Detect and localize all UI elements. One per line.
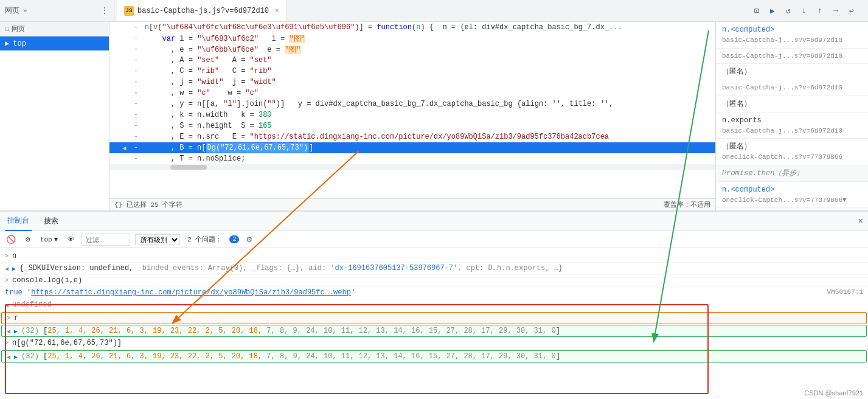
console-filter-input[interactable]	[82, 234, 130, 246]
context-selector[interactable]: top ▼	[38, 235, 60, 245]
sidebar-item-top[interactable]: ▶ top	[0, 36, 109, 50]
eye-icon[interactable]: 👁	[65, 234, 77, 245]
call-stack-fn-0: n.<computed>	[722, 24, 862, 35]
bottom-panel: 控制台 搜索 × 🚫 ⊘ top ▼ 👁 所有级别 2 个问题： 2 ⚙ > n	[0, 210, 868, 399]
call-stack-fn-4: （匿名）	[722, 99, 862, 109]
console-text-obj: {_SDKUIVersion: undefined, _binded_event…	[19, 264, 563, 272]
resume-icon[interactable]: ▶	[766, 4, 779, 18]
code-line-13: - , T = n.noSplice;	[109, 153, 715, 164]
code-line-8: - , y = n[[a, "l"].join("")] y = div#dx_…	[109, 99, 715, 109]
code-line-3: - , e = "\uf6bb\uf6ce" e = "图"	[109, 44, 715, 55]
console-collapse-arrow-undef[interactable]: ◀	[5, 302, 9, 309]
console-expand-arr1[interactable]: ▶	[14, 328, 18, 335]
console-expand-arrow-ng[interactable]: >	[5, 340, 9, 347]
code-line-2: - var i = "\uf683\uf6c2" i = "图"	[109, 33, 715, 44]
vm-ref: VM50167:1	[827, 288, 863, 296]
step-icon[interactable]: →	[829, 4, 842, 18]
call-stack-fn-5: n.exports	[722, 115, 862, 126]
console-expand-arrow-r[interactable]: >	[7, 315, 10, 322]
call-stack-async: Promise.then（异步）	[716, 165, 868, 182]
code-table: - n[v("\uf684\uf6fc\uf68c\uf6e3\uf691\uf…	[109, 22, 715, 164]
console-line-n: > n	[0, 251, 868, 263]
sidebar-header: □ 网页	[0, 22, 109, 36]
context-label: top	[40, 236, 52, 243]
more-icon[interactable]: »	[23, 7, 27, 15]
console-collapse-arr1[interactable]: ◀	[7, 328, 10, 335]
console-line-undef: ◀ undefined	[0, 299, 868, 311]
console-text-r: r	[14, 314, 18, 322]
watermark: CSDN @shanf7921	[804, 389, 863, 397]
console-text-arr2: (32) [25, 1, 4, 26, 21, 6, 3, 19, 23, 22…	[21, 352, 560, 361]
console-expand-arrow-n[interactable]: >	[5, 253, 9, 260]
clear-console-icon[interactable]: 🚫	[4, 234, 18, 246]
call-stack-item-3[interactable]: basic-Captcha-j...s?v=6d972d10	[716, 80, 868, 96]
url-link[interactable]: https://static.dingxiang-inc.com/picture…	[31, 288, 351, 297]
horizontal-scrollbar[interactable]	[109, 164, 715, 170]
search-tab[interactable]: 搜索	[41, 212, 61, 231]
console-line-url: true 'https://static.dingxiang-inc.com/p…	[0, 287, 868, 299]
webpage-label: 网页	[5, 5, 19, 16]
step-out-icon[interactable]: ↑	[813, 4, 827, 18]
debug-toolbar: ⊡ ▶ ↺ ↓ ↑ → ↩	[745, 4, 863, 18]
tab-strip: JS basic-Captcha-js.js?v=6d972d10 ×	[117, 0, 743, 21]
code-line-4: - , A = "set" A = "set"	[109, 55, 715, 66]
close-bottom-panel[interactable]: ×	[858, 217, 863, 226]
tab-captcha-js[interactable]: JS basic-Captcha-js.js?v=6d972d10 ×	[117, 0, 287, 21]
code-line-9: - , k = n.width k = 380	[109, 109, 715, 120]
call-stack-fn-6: （匿名）	[722, 141, 862, 152]
call-stack-item-5[interactable]: n.exports basic-Captcha-j...s?v=6d972d10	[716, 113, 868, 139]
level-select-dropdown[interactable]: 所有级别	[135, 234, 180, 245]
sidebar-header-area: 网页 » ⋮	[5, 0, 114, 21]
collapse-panel-icon[interactable]: ⊡	[750, 4, 763, 18]
code-line-5: - , C = "rib" C = "rib"	[109, 66, 715, 77]
console-collapse-arr2[interactable]: ◀	[7, 353, 10, 361]
call-stack-fn-7: n.<computed>	[722, 184, 862, 195]
call-stack-item-0[interactable]: n.<computed> basic-Captcha-j...s?v=6d972…	[716, 22, 868, 49]
settings-icon[interactable]: ⚙	[246, 234, 251, 245]
sidebar-icon: □	[5, 26, 9, 33]
issues-badge: 2	[229, 235, 239, 243]
call-stack-item-6[interactable]: （匿名） oneclick-Captch...s?v=77079866	[716, 139, 868, 165]
call-stack-item-1[interactable]: basic-Captcha-j...s?v=6d972d10	[716, 49, 868, 64]
console-text-ng: n[g("72,61,6e,67,65,73")]	[12, 339, 122, 347]
scrollbar-thumb[interactable]	[170, 165, 207, 170]
console-tab[interactable]: 控制台	[5, 212, 32, 231]
console-line-arr1: ◀ ▶ (32) [25, 1, 4, 26, 21, 6, 3, 19, 23…	[1, 325, 867, 337]
call-stack-item-7[interactable]: n.<computed> oneclick-Captch...s?v=77079…	[716, 182, 868, 209]
console-expand-obj[interactable]: ▶	[12, 265, 16, 272]
code-content[interactable]: - n[v("\uf684\uf6fc\uf68c\uf6e3\uf691\uf…	[109, 22, 715, 198]
code-footer: {} 已选择 25 个字符 覆盖率：不适用	[109, 198, 715, 210]
call-stack-file-3: basic-Captcha-j...s?v=6d972d10	[722, 83, 862, 93]
console-text-log: console.log(i,e)	[12, 276, 82, 285]
code-line-1: - n[v("\uf684\uf6fc\uf68c\uf6e3\uf691\uf…	[109, 22, 715, 33]
step-over-icon[interactable]: ↺	[782, 4, 795, 18]
tab-js-icon: JS	[124, 6, 134, 16]
menu-icon[interactable]: ⋮	[100, 5, 109, 16]
console-line-arr2: ◀ ▶ (32) [25, 1, 4, 26, 21, 6, 3, 19, 23…	[1, 350, 867, 363]
step-into-icon[interactable]: ↓	[797, 4, 811, 18]
call-stack-item-4[interactable]: （匿名）	[716, 96, 868, 113]
code-line-7: - , w = "c" w = "c"	[109, 88, 715, 99]
call-stack-file-0: basic-Captcha-j...s?v=6d972d10	[722, 35, 862, 46]
code-line-12: ◀ - , B = n[Dg("72,61,6e,67,65,73")]	[109, 142, 715, 153]
console-text-arr1: (32) [25, 1, 4, 26, 21, 6, 3, 19, 23, 22…	[21, 327, 560, 335]
deactivate-breakpoints-icon[interactable]: ↩	[845, 4, 858, 18]
code-editor: - n[v("\uf684\uf6fc\uf68c\uf6e3\uf691\uf…	[109, 22, 716, 210]
bottom-tabs: 控制台 搜索 ×	[0, 212, 868, 231]
code-line-6: - , j = "widt" j = "widt"	[109, 77, 715, 88]
breakpoint-icon[interactable]: ⊘	[23, 234, 33, 246]
console-line-log: > console.log(i,e)	[0, 275, 868, 287]
level-selector[interactable]: 所有级别	[135, 234, 180, 245]
sidebar-header-label: 网页	[12, 24, 25, 33]
call-stack-fn-2: （匿名）	[722, 66, 862, 77]
console-expand-arrow-log[interactable]: >	[5, 277, 9, 284]
tab-close-icon[interactable]: ×	[275, 7, 279, 15]
console-content[interactable]: > n ◀ ▶ {_SDKUIVersion: undefined, _bind…	[0, 248, 868, 399]
call-stack-panel: n.<computed> basic-Captcha-j...s?v=6d972…	[716, 22, 868, 210]
console-expand-arr2[interactable]: ▶	[14, 353, 18, 361]
file-sidebar: □ 网页 ▶ top	[0, 22, 109, 210]
console-collapse-arrow-obj[interactable]: ◀	[5, 265, 9, 272]
call-stack-item-2[interactable]: （匿名）	[716, 64, 868, 80]
console-text-url: true 'https://static.dingxiang-inc.com/p…	[5, 288, 355, 297]
context-dropdown-icon: ▼	[54, 236, 58, 243]
